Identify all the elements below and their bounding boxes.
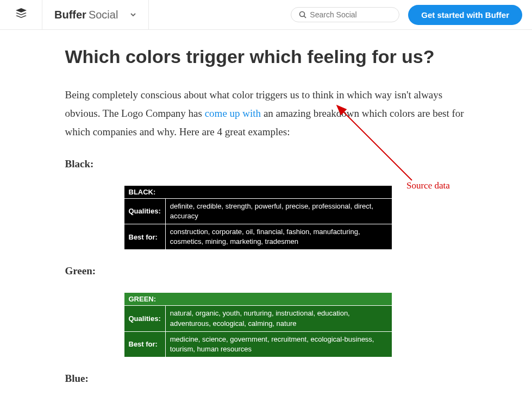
black-table: BLACK: Qualities: definite, credible, st…	[124, 185, 392, 250]
article-heading: Which colors trigger which feeling for u…	[65, 46, 467, 67]
article-content: Which colors trigger which feeling for u…	[65, 30, 467, 409]
green-label: Green:	[65, 265, 467, 277]
black-bestfor-label: Best for:	[124, 224, 165, 249]
svg-line-1	[304, 16, 306, 18]
search-input[interactable]	[310, 10, 391, 19]
black-bestfor-value: construction, corporate, oil, financial,…	[165, 224, 392, 249]
black-table-wrap: BLACK: Qualities: definite, credible, st…	[124, 185, 392, 250]
svg-point-0	[300, 12, 305, 17]
green-qualities-value: natural, organic, youth, nurturing, inst…	[165, 306, 392, 331]
source-link[interactable]: come up with	[205, 108, 261, 119]
get-started-button[interactable]: Get started with Buffer	[408, 5, 522, 25]
brand-name: Buffer	[54, 9, 86, 21]
black-qualities-value: definite, credible, strength, powerful, …	[165, 198, 392, 224]
green-bestfor-value: medicine, science, government, recruitme…	[165, 331, 392, 357]
green-table: GREEN: Qualities: natural, organic, yout…	[124, 292, 392, 357]
chevron-down-icon	[130, 11, 136, 18]
black-label: Black:	[65, 158, 467, 170]
green-table-header: GREEN:	[124, 293, 392, 306]
intro-paragraph: Being completely conscious about what co…	[65, 86, 467, 142]
search-box[interactable]	[291, 7, 399, 22]
annotation-text: Source data	[406, 180, 450, 191]
top-navigation: Buffer Social Get started with Buffer	[0, 0, 532, 30]
brand-section: Social	[89, 9, 118, 21]
green-table-wrap: GREEN: Qualities: natural, organic, yout…	[124, 292, 392, 357]
buffer-logo-icon[interactable]	[15, 7, 28, 22]
green-bestfor-label: Best for:	[124, 331, 165, 357]
blue-label: Blue:	[65, 373, 467, 385]
black-table-header: BLACK:	[124, 185, 392, 198]
brand-dropdown[interactable]: Buffer Social	[42, 0, 149, 29]
green-qualities-label: Qualities:	[124, 306, 165, 331]
logo-cell	[0, 0, 42, 29]
search-icon	[299, 11, 306, 18]
black-qualities-label: Qualities:	[124, 198, 165, 224]
